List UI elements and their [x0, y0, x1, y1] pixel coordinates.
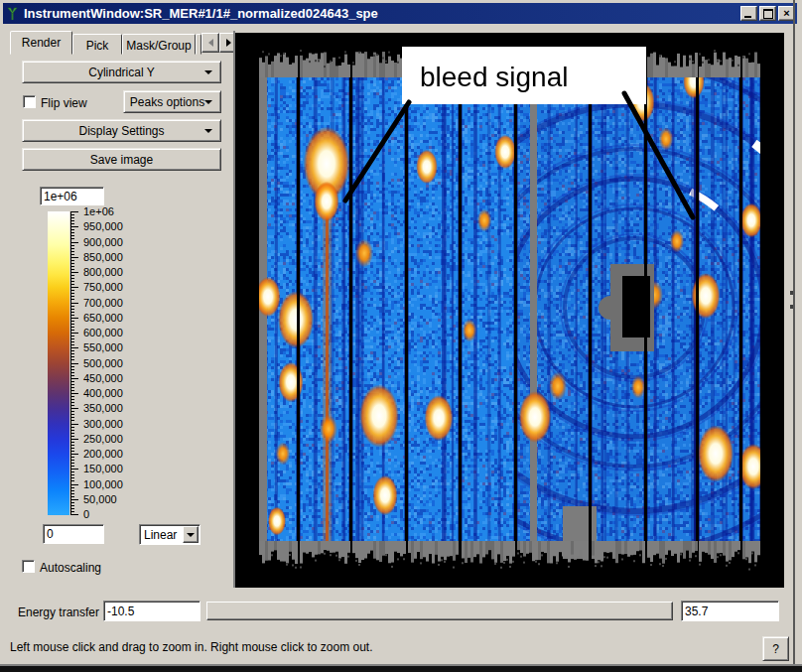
- scale-tick-minor: [70, 384, 74, 385]
- chevron-down-icon: [204, 70, 212, 78]
- scale-tick-minor: [70, 299, 74, 300]
- scale-tick-label: 1e+06: [83, 205, 114, 217]
- tab-pick[interactable]: Pick: [72, 34, 122, 55]
- scale-tick-minor: [70, 390, 74, 391]
- minimize-icon: [744, 16, 751, 18]
- scale-min-input[interactable]: [43, 524, 104, 544]
- color-scale-bar[interactable]: [48, 211, 69, 515]
- peaks-options-label: Peaks options: [130, 95, 204, 109]
- scale-tick-minor: [70, 487, 74, 488]
- scale-tick-minor: [70, 312, 74, 313]
- autoscaling-label: Autoscaling: [40, 561, 101, 575]
- scale-max-input[interactable]: [40, 187, 104, 205]
- scale-tick-label: 500,000: [83, 357, 123, 369]
- scale-tick-minor: [70, 496, 74, 497]
- scale-tick-minor: [70, 338, 74, 339]
- tab-scroll-left-button[interactable]: [201, 33, 219, 53]
- scale-tick-minor: [70, 284, 74, 285]
- scale-tick-minor: [70, 344, 74, 345]
- scale-tick-major: [70, 303, 78, 304]
- scale-tick-minor: [70, 466, 74, 467]
- scale-tick-minor: [70, 275, 74, 276]
- scale-tick-minor: [70, 375, 74, 376]
- scale-tick-minor: [70, 502, 74, 503]
- peaks-options-dropdown[interactable]: Peaks options: [123, 90, 221, 113]
- scale-tick-major: [70, 439, 78, 440]
- scale-tick-label: 750,000: [83, 281, 123, 293]
- scale-tick-minor: [70, 327, 74, 328]
- scale-type-value: Linear: [144, 528, 177, 542]
- scale-tick-minor: [70, 511, 74, 512]
- scale-tick-minor: [70, 330, 74, 331]
- scale-tick-minor: [70, 263, 74, 264]
- close-icon: ×: [783, 8, 789, 19]
- scale-tick-label: 650,000: [83, 312, 123, 324]
- scale-tick-minor: [70, 229, 74, 230]
- app-icon: [5, 6, 20, 21]
- scale-tick-minor: [70, 266, 74, 267]
- scale-tick-minor: [70, 477, 74, 478]
- save-image-button[interactable]: Save image: [22, 148, 221, 171]
- status-text: Left mouse click and drag to zoom in. Ri…: [10, 640, 373, 654]
- scale-tick-label: 350,000: [83, 402, 123, 414]
- maximize-button[interactable]: [759, 6, 776, 21]
- scale-tick-major: [70, 272, 78, 273]
- tab-mask-group-label: Mask/Group: [126, 39, 191, 53]
- scale-tick-label: 0: [83, 508, 89, 520]
- scale-tick-major: [70, 484, 78, 485]
- projection-dropdown-label: Cylindrical Y: [88, 66, 154, 79]
- energy-transfer-slider[interactable]: [206, 602, 673, 620]
- scale-tick-minor: [70, 366, 74, 367]
- scale-tick-label: 300,000: [83, 418, 123, 430]
- scale-tick-label: 700,000: [83, 297, 123, 309]
- scale-tick-minor: [70, 281, 74, 282]
- scale-tick-minor: [70, 293, 74, 294]
- color-scale-axis: 1e+06950,000900,000850,000800,000750,000…: [70, 211, 190, 521]
- autoscaling-checkbox[interactable]: [22, 560, 35, 573]
- scale-tick-minor: [70, 480, 74, 481]
- scale-tick-label: 950,000: [83, 220, 123, 232]
- display-settings-dropdown[interactable]: Display Settings: [22, 119, 221, 142]
- scale-tick-major: [70, 514, 78, 515]
- scale-tick-label: 50,000: [83, 493, 117, 505]
- scale-tick-minor: [70, 436, 74, 437]
- scale-tick-major: [70, 347, 78, 348]
- scale-tick-label: 900,000: [83, 236, 123, 248]
- scale-tick-minor: [70, 232, 74, 233]
- scale-tick-label: 200,000: [83, 448, 123, 460]
- scale-type-dropdown-button[interactable]: [183, 526, 199, 543]
- scale-tick-minor: [70, 417, 74, 418]
- scale-tick-minor: [70, 405, 74, 406]
- scale-tick-minor: [70, 214, 74, 215]
- scale-tick-major: [70, 318, 78, 319]
- scale-tick-minor: [70, 445, 74, 446]
- energy-min-input[interactable]: [103, 601, 200, 621]
- projection-dropdown[interactable]: Cylindrical Y: [22, 61, 221, 83]
- scale-tick-major: [70, 424, 78, 425]
- window-frame-right: [793, 0, 795, 672]
- scale-tick-label: 450,000: [83, 372, 123, 384]
- scale-tick-minor: [70, 321, 74, 322]
- scale-tick-minor: [70, 411, 74, 412]
- energy-max-input[interactable]: [681, 601, 779, 621]
- scale-tick-minor: [70, 372, 74, 373]
- scale-tick-minor: [70, 306, 74, 307]
- instrument-render-canvas[interactable]: [235, 33, 784, 588]
- minimize-button[interactable]: [740, 6, 757, 21]
- scale-tick-minor: [70, 278, 74, 279]
- flip-view-checkbox[interactable]: [23, 95, 36, 108]
- scale-tick-minor: [70, 474, 74, 475]
- scale-tick-minor: [70, 493, 74, 494]
- scale-tick-major: [70, 257, 78, 258]
- help-button[interactable]: ?: [762, 636, 789, 661]
- tab-mask-group[interactable]: Mask/Group: [122, 34, 196, 55]
- title-bar[interactable]: InstrumentWindow:SR_MER#1/1#_normalized0…: [3, 3, 797, 24]
- chevron-down-icon: [187, 533, 195, 541]
- scale-tick-minor: [70, 460, 74, 461]
- tab-render[interactable]: Render: [10, 31, 72, 55]
- instrument-window: InstrumentWindow:SR_MER#1/1#_normalized0…: [0, 0, 802, 672]
- scale-tick-minor: [70, 353, 74, 354]
- window-title: InstrumentWindow:SR_MER#1/1#_normalized0…: [24, 6, 378, 21]
- scale-tick-minor: [70, 254, 74, 255]
- scale-tick-minor: [70, 356, 74, 357]
